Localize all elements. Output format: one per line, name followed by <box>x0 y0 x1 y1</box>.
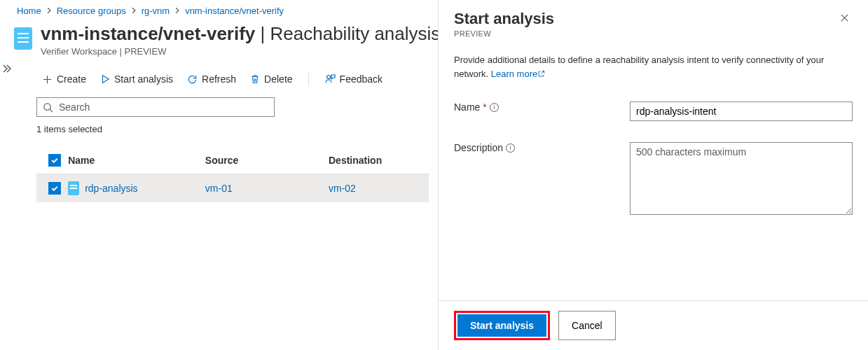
chevron-right-icon <box>46 6 53 16</box>
cancel-button[interactable]: Cancel <box>558 311 616 340</box>
workspace-icon <box>14 27 32 50</box>
chevron-right-icon <box>130 6 137 16</box>
start-analysis-button[interactable]: Start analysis <box>95 71 179 88</box>
close-button[interactable] <box>836 10 853 28</box>
chevron-right-icon <box>174 6 181 16</box>
svg-point-1 <box>44 103 50 109</box>
row-source-link[interactable]: vm-01 <box>205 183 329 194</box>
name-label: Name * i <box>454 102 623 113</box>
refresh-button[interactable]: Refresh <box>181 71 242 88</box>
check-icon <box>50 184 59 192</box>
required-indicator: * <box>483 102 486 113</box>
expand-navigation-icon[interactable] <box>3 63 14 74</box>
col-header-source[interactable]: Source <box>205 155 329 166</box>
col-header-destination[interactable]: Destination <box>329 155 425 166</box>
refresh-icon <box>187 74 198 85</box>
start-button-highlight: Start analysis <box>454 311 550 340</box>
delete-button[interactable]: Delete <box>244 71 298 88</box>
external-link-icon <box>537 70 545 78</box>
name-input[interactable] <box>630 102 853 121</box>
svg-point-0 <box>326 76 330 79</box>
table-row[interactable]: rdp-analysis vm-01 vm-02 <box>36 174 429 202</box>
col-header-name[interactable]: Name <box>68 155 205 166</box>
info-icon[interactable]: i <box>490 103 499 112</box>
check-icon <box>50 156 59 164</box>
panel-description: Provide additional details to define a r… <box>454 53 853 80</box>
search-icon <box>43 102 53 113</box>
description-input[interactable] <box>630 142 853 215</box>
page-subtitle: Verifier Workspace | PREVIEW <box>41 46 440 57</box>
play-icon <box>100 74 110 84</box>
panel-footer: Start analysis Cancel <box>439 300 868 350</box>
start-analysis-submit-button[interactable]: Start analysis <box>457 314 546 337</box>
trash-icon <box>250 74 260 84</box>
table-header: Name Source Destination <box>36 147 429 174</box>
search-input[interactable] <box>57 101 268 113</box>
plus-icon <box>42 74 53 85</box>
row-checkbox[interactable] <box>48 182 61 195</box>
analysis-icon <box>68 181 79 195</box>
breadcrumb-resource-groups[interactable]: Resource groups <box>57 6 126 16</box>
row-destination-link[interactable]: vm-02 <box>329 183 425 194</box>
description-label: Description i <box>454 142 623 153</box>
select-all-checkbox[interactable] <box>48 154 61 167</box>
info-icon[interactable]: i <box>506 144 515 153</box>
breadcrumb-resource[interactable]: vnm-instance/vnet-verify <box>185 6 284 16</box>
breadcrumb-rg-name[interactable]: rg-vnm <box>142 6 170 16</box>
breadcrumb-home[interactable]: Home <box>17 6 41 16</box>
page-title: vnm-instance/vnet-verify | Reachability … <box>41 23 440 45</box>
feedback-icon <box>324 74 336 85</box>
create-button[interactable]: Create <box>36 71 92 88</box>
panel-subtitle: PREVIEW <box>454 29 554 38</box>
panel-title: Start analysis <box>454 10 554 28</box>
close-icon <box>839 13 850 23</box>
start-analysis-panel: Start analysis PREVIEW Provide additiona… <box>438 0 868 350</box>
row-name-link[interactable]: rdp-analysis <box>85 183 137 194</box>
learn-more-link[interactable]: Learn more <box>491 69 545 79</box>
toolbar-separator <box>308 72 309 86</box>
feedback-button[interactable]: Feedback <box>319 71 388 88</box>
search-input-wrap[interactable] <box>36 97 275 117</box>
analysis-table: Name Source Destination rdp-analysis vm-… <box>36 147 429 202</box>
